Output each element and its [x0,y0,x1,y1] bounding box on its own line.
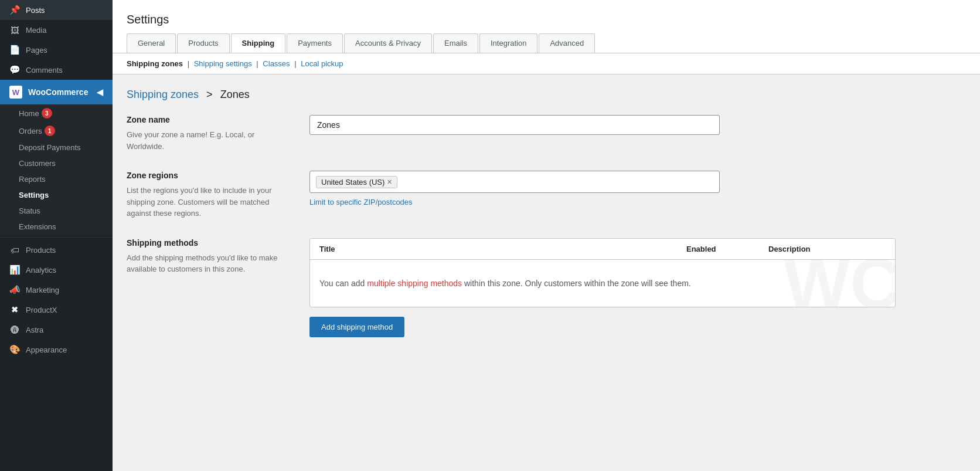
chevron-right-icon: ◀ [97,87,103,97]
sidebar-item-label: Media [26,26,46,35]
zone-name-description: Give your zone a name! E.g. Local, or Wo… [127,129,291,152]
sidebar-item-woo-deposit[interactable]: Deposit Payments [0,140,113,155]
tab-payments[interactable]: Payments [287,33,343,53]
sidebar-item-pages[interactable]: 📄 Pages [0,40,113,60]
zone-regions-input-col: United States (US) × Limit to specific Z… [309,171,966,206]
zone-name-input[interactable] [309,115,720,135]
breadcrumb: Shipping zones > Zones [127,89,966,101]
tab-shipping[interactable]: Shipping [231,33,286,53]
products-icon: 🏷 [9,245,20,255]
region-tag-remove[interactable]: × [387,178,392,186]
shipping-methods-table: Title Enabled Description You can add mu… [309,238,896,307]
zone-regions-description: List the regions you'd like to include i… [127,185,291,219]
region-tag-us: United States (US) × [316,176,397,188]
methods-empty-message: You can add multiple shipping methods wi… [310,260,895,307]
breadcrumb-link-shipping-zones[interactable]: Shipping zones [127,89,199,100]
shipping-methods-label: Shipping methods [127,238,291,248]
sidebar-item-label: ProductX [26,306,57,314]
sidebar-item-label: Pages [26,46,47,55]
add-shipping-method-button[interactable]: Add shipping method [309,317,404,337]
woocommerce-label: WooCommerce [28,87,88,97]
sidebar-item-woo-settings[interactable]: Settings [0,187,113,203]
col-title: Title [319,245,686,253]
settings-tabs: General Products Shipping Payments Accou… [127,33,966,53]
sidebar-item-posts[interactable]: 📌 Posts [0,0,113,20]
empty-msg-start: You can add [319,279,367,288]
woo-deposit-label: Deposit Payments [19,143,81,152]
main-content: Settings General Products Shipping Payme… [113,0,980,471]
breadcrumb-separator: > [206,89,213,100]
sidebar-item-marketing[interactable]: 📣 Marketing [0,280,113,300]
sidebar-item-appearance[interactable]: 🎨 Appearance [0,340,113,360]
woo-reports-label: Reports [19,175,46,184]
zone-regions-tag-input[interactable]: United States (US) × [309,171,720,193]
woo-status-label: Status [19,206,40,215]
sidebar-item-woo-reports[interactable]: Reports [0,171,113,187]
sidebar-item-label: Appearance [26,345,67,354]
col-description: Description [768,245,886,253]
tab-emails[interactable]: Emails [433,33,478,53]
woocommerce-menu-header[interactable]: W WooCommerce ◀ [0,80,113,104]
shipping-methods-label-col: Shipping methods Add the shipping method… [127,238,291,275]
sidebar-divider [0,237,113,238]
sidebar-item-woo-orders[interactable]: Orders 1 [0,122,113,140]
posts-icon: 📌 [9,5,20,15]
woo-customers-label: Customers [19,159,56,168]
woo-settings-label: Settings [19,191,49,199]
table-header: Title Enabled Description [310,239,895,260]
woo-home-label: Home [19,109,39,118]
astra-icon: 🅐 [9,324,20,335]
sidebar-item-comments[interactable]: 💬 Comments [0,60,113,80]
zone-regions-label-col: Zone regions List the regions you'd like… [127,171,291,219]
sidebar-item-productx[interactable]: ✖ ProductX [0,300,113,320]
woo-icon: W [9,86,22,99]
sidebar-item-astra[interactable]: 🅐 Astra [0,320,113,340]
home-badge: 3 [42,108,52,118]
subnav-link-local-pickup[interactable]: Local pickup [301,59,343,68]
woo-extensions-label: Extensions [19,222,56,231]
subnav-link-shipping-settings[interactable]: Shipping settings [194,59,252,68]
zone-name-input-col [309,115,966,135]
region-tag-label: United States (US) [321,178,384,187]
page-title: Settings [127,6,966,31]
comments-icon: 💬 [9,65,20,75]
col-enabled: Enabled [686,245,768,253]
sidebar: 📌 Posts 🖼 Media 📄 Pages 💬 Comments W Woo… [0,0,113,471]
orders-badge: 1 [45,126,55,136]
sidebar-item-products[interactable]: 🏷 Products [0,240,113,260]
shipping-methods-input-col: Title Enabled Description You can add mu… [309,238,966,337]
shipping-methods-description: Add the shipping methods you'd like to m… [127,252,291,275]
empty-msg-highlight: multiple shipping methods [367,279,462,288]
sidebar-item-label: Marketing [26,286,59,294]
subnav: Shipping zones | Shipping settings | Cla… [113,53,980,74]
add-method-wrapper: Add shipping method [309,317,966,337]
zone-name-label: Zone name [127,115,291,124]
tab-accounts-privacy[interactable]: Accounts & Privacy [344,33,432,53]
sidebar-item-media[interactable]: 🖼 Media [0,20,113,40]
shipping-methods-section: Shipping methods Add the shipping method… [127,238,966,337]
sidebar-item-label: Astra [26,326,43,334]
zone-name-section: Zone name Give your zone a name! E.g. Lo… [127,115,966,152]
breadcrumb-current: Zones [220,89,250,100]
tab-integration[interactable]: Integration [479,33,537,53]
pages-icon: 📄 [9,45,20,55]
sidebar-item-woo-extensions[interactable]: Extensions [0,219,113,235]
tab-advanced[interactable]: Advanced [539,33,595,53]
subnav-link-classes[interactable]: Classes [263,59,290,68]
zone-name-label-col: Zone name Give your zone a name! E.g. Lo… [127,115,291,152]
sidebar-item-woo-customers[interactable]: Customers [0,155,113,171]
sidebar-item-woo-home[interactable]: Home 3 [0,104,113,122]
zone-regions-label: Zone regions [127,171,291,180]
sidebar-item-label: Products [26,246,56,255]
sidebar-item-woo-status[interactable]: Status [0,203,113,219]
media-icon: 🖼 [9,25,20,35]
limit-to-zip-link[interactable]: Limit to specific ZIP/postcodes [309,198,413,206]
tab-general[interactable]: General [127,33,176,53]
tab-products[interactable]: Products [177,33,229,53]
woo-submenu: Home 3 Orders 1 Deposit Payments Custome… [0,104,113,235]
sidebar-item-label: Analytics [26,266,56,275]
settings-header: Settings General Products Shipping Payme… [113,0,980,53]
empty-msg-end: within this zone. Only customers within … [462,279,691,288]
sidebar-item-analytics[interactable]: 📊 Analytics [0,260,113,280]
sidebar-item-label: Comments [26,66,63,74]
